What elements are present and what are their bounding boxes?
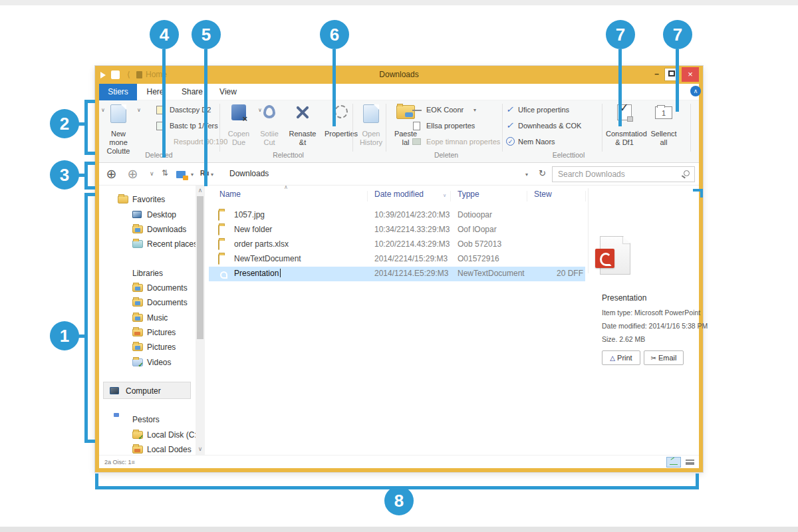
callout-line-4 (162, 49, 166, 158)
open-due-button[interactable]: CopenDue (224, 103, 253, 150)
callout-line-7b (676, 49, 679, 112)
status-bar: 2a Oisc: 1≡ (99, 455, 699, 468)
print-button[interactable]: △ Print (602, 350, 640, 365)
ribbon-divider (352, 104, 353, 152)
close-icon: × (688, 69, 693, 79)
check-item-3[interactable]: ✓ Nem Naors (506, 136, 599, 150)
column-divider[interactable] (527, 191, 527, 201)
scroll-up-icon[interactable]: ∧ (196, 187, 205, 194)
tab-file[interactable]: Stiers (99, 84, 137, 100)
menu-item-2[interactable]: Ellsa propertes (412, 120, 512, 134)
callout-2: 2 (50, 109, 79, 138)
rename-button[interactable]: Renaste&t (285, 103, 320, 150)
scrollbar-thumb[interactable] (197, 196, 203, 339)
powerpoint-logo-icon (595, 249, 614, 268)
help-button[interactable]: ∧ (690, 86, 701, 96)
status-item-count: 2a Oisc: 1≡ (104, 459, 135, 466)
properties-button[interactable]: Properties (323, 103, 360, 150)
address-bar: ⊕ ⊕ ∨ ⇅ ▾ Ru ▾ Downloads ▾ ↻ (99, 163, 699, 186)
open-history-button[interactable]: OpenHistory (356, 103, 386, 150)
select-all-icon: 1 (655, 106, 672, 119)
breadcrumb-path[interactable]: Downloads (229, 169, 269, 178)
file-row-1057-jpg[interactable]: 1057.jpg 10:39/2014/23:20:M3 Dotioopar (207, 208, 584, 223)
details-size: Size. 2.62 MB (602, 335, 645, 343)
column-header-date-modified[interactable]: Date modified (374, 190, 424, 199)
address-folder-icon[interactable] (176, 171, 186, 178)
email-button[interactable]: ✂ Email (644, 350, 684, 365)
new-item-icon (110, 104, 126, 123)
titlebar: ⟨ Home Downloads – × (95, 66, 703, 84)
callout-7a: 7 (606, 20, 635, 49)
ribbon-divider (690, 104, 691, 152)
column-divider[interactable] (585, 191, 586, 201)
help-icon: ∧ (694, 88, 698, 94)
checkboxes-button[interactable]: Consmtatiod& Df1 (606, 103, 643, 150)
file-row-new-folder[interactable]: New folder 10:34/2214.33:29:M3 Oof lOopa… (207, 223, 584, 237)
page: ⟨ Home Downloads – × Stiers Here Share V… (0, 0, 798, 532)
search-icon[interactable] (684, 170, 690, 176)
up-icon[interactable]: ⇅ (162, 168, 168, 178)
local-disk-icon (132, 431, 143, 439)
check-item-1-icon: ✓ (506, 104, 513, 114)
close-button[interactable]: × (682, 67, 699, 82)
thumbnail-view-button[interactable] (666, 457, 681, 467)
callout-1-bracket-arm (84, 440, 95, 443)
column-divider[interactable] (367, 191, 368, 201)
ribbon-divider (602, 104, 602, 152)
callout-line-6 (332, 49, 336, 126)
folder-icon (218, 210, 219, 221)
callout-2-bracket (84, 100, 88, 155)
music-folder-icon (132, 314, 143, 322)
details-view-button[interactable] (683, 457, 698, 467)
minimize-button[interactable]: – (654, 69, 659, 78)
refresh-icon[interactable]: ↻ (539, 168, 546, 178)
details-item-type: Item type: Microsoft PowerPoint (602, 309, 700, 317)
check-item-1[interactable]: ✓ Ufice propertins (506, 104, 599, 118)
desktop-icon (132, 211, 142, 218)
menu-item-2-icon (413, 122, 420, 130)
check-item-2[interactable]: ✓ Downheads & COK (506, 120, 599, 134)
back-button[interactable]: ⊕ (104, 167, 118, 181)
documents-folder-icon (132, 284, 143, 292)
breadcrumb-caret-icon[interactable]: ▾ (211, 172, 213, 178)
recent-locations-icon[interactable]: ∨ (150, 170, 154, 177)
details-date-modified: Date modified: 2014/1/16 5:38 PM (602, 322, 708, 330)
callout-8-bracket-arm (95, 473, 98, 489)
tab-view[interactable]: View (211, 84, 245, 100)
cut-button[interactable]: SotiieCut (256, 103, 283, 150)
list-view-icon (686, 460, 694, 465)
address-folder-caret-icon[interactable]: ▾ (191, 172, 194, 178)
explorer-window: ⟨ Home Downloads – × Stiers Here Share V… (95, 66, 703, 472)
group-label-4: Eelecttiool (502, 151, 635, 159)
videos-folder-icon (132, 358, 143, 366)
chart-view-icon (670, 460, 678, 465)
recent-places-icon (132, 240, 143, 248)
column-divider[interactable] (450, 191, 451, 201)
ribbon: ∨ New moneColutte ∨ Dasctcpy D2 ∨ Bastc … (99, 100, 699, 163)
tab-home[interactable]: Here (137, 84, 174, 100)
sidebar-item-computer[interactable]: Computer (103, 382, 191, 399)
sort-caret-icon: ∧ (284, 184, 288, 190)
sidebar-scrollbar[interactable]: ∧ ∨ (196, 186, 205, 455)
file-row-newtextdocument[interactable]: NewTextDocument 2014/2214/15:29:M3 O0157… (207, 252, 584, 267)
callout-7b: 7 (663, 20, 692, 49)
rename-icon (295, 105, 311, 120)
file-row-presentation-selected[interactable]: Presentation 2014/1214.E5:29:M3 NewTextD… (209, 267, 585, 281)
scroll-down-icon[interactable]: ∨ (196, 446, 205, 452)
local-disk-icon (132, 446, 143, 454)
address-dropdown-icon[interactable]: ▾ (525, 172, 528, 178)
menu-item-1[interactable]: EOK Coonr ▾ (412, 104, 512, 118)
search-input[interactable] (558, 168, 678, 180)
open-history-icon (363, 104, 379, 123)
callout-3: 3 (50, 160, 79, 190)
column-header-stew[interactable]: Stew (534, 190, 552, 199)
file-row-order-parts-xlsx[interactable]: order parts.xlsx 10:20/2214.43:29:M3 Oob… (207, 237, 584, 252)
menu-item-3[interactable]: Eope timnan propertes (412, 136, 519, 150)
column-header-name[interactable]: Name (219, 190, 241, 199)
new-item-button[interactable]: New moneColutte (101, 103, 136, 150)
pictures-folder-icon (132, 343, 143, 351)
new-right-caret-icon: ∨ (137, 107, 141, 113)
forward-button[interactable]: ⊕ (126, 167, 140, 181)
column-header-type[interactable]: Typpe (458, 190, 479, 199)
cut-icon (263, 105, 275, 118)
